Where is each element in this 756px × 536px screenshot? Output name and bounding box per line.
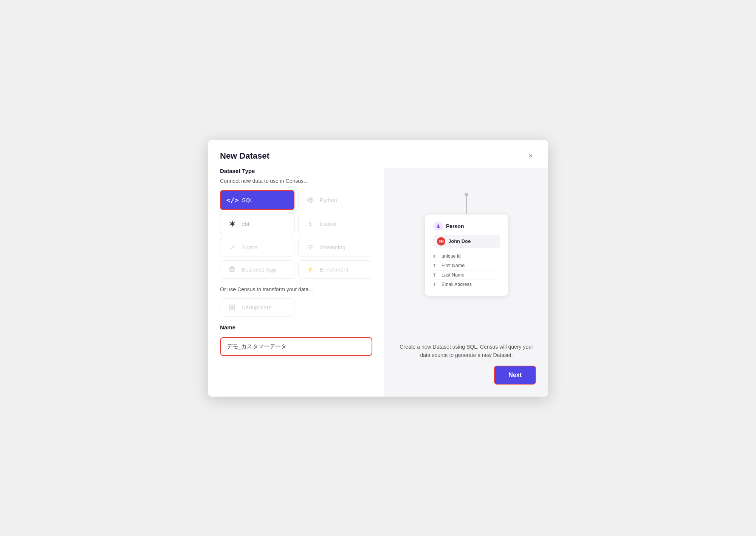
preview-card: Person SM John Doe # unique id T F [425, 215, 508, 296]
svg-rect-5 [229, 305, 232, 307]
business-app-icon [227, 266, 237, 273]
looker-icon [305, 221, 315, 227]
type-card-sigma[interactable]: ↗ Sigma [220, 238, 294, 256]
streaming-icon [305, 244, 315, 250]
dbt-icon: ✶ [227, 219, 237, 229]
sigma-icon: ↗ [227, 244, 237, 251]
type-card-python[interactable]: Python [298, 190, 373, 210]
next-button[interactable]: Next [494, 366, 536, 385]
person-icon [433, 221, 443, 231]
transform-section: Or use Census to transform your data... … [220, 286, 372, 317]
type-card-deduplicate[interactable]: Deduplicate [220, 298, 294, 317]
python-icon [305, 196, 315, 203]
sm-avatar: SM [437, 237, 445, 246]
type-card-business-app[interactable]: Business App [220, 260, 294, 279]
firstname-field-name: First Name [442, 263, 465, 268]
svg-point-2 [309, 222, 311, 224]
name-label: Name [220, 324, 372, 331]
firstname-type-icon: T [433, 263, 438, 268]
enrichment-label: Enrichment [320, 266, 349, 273]
lastname-type-icon: T [433, 273, 438, 277]
business-app-label: Business App [242, 266, 276, 273]
svg-rect-7 [229, 307, 232, 310]
uid-field-name: unique id [442, 253, 461, 259]
python-label: Python [320, 197, 338, 203]
modal-title: New Dataset [220, 151, 270, 161]
email-type-icon: T [433, 282, 438, 287]
svg-point-1 [311, 201, 311, 202]
svg-rect-8 [232, 307, 235, 310]
sql-icon: </> [228, 196, 237, 204]
modal-header: New Dataset × [208, 140, 548, 168]
dataset-type-sublabel: Connect new data to use in Census... [220, 178, 372, 184]
john-name: John Doe [448, 238, 471, 244]
preview-field-email: T Email Address [433, 280, 500, 289]
lastname-field-name: Last Name [442, 272, 464, 278]
name-input[interactable] [220, 337, 372, 356]
svg-point-3 [310, 248, 311, 249]
type-grid-connect: </> SQL Python [220, 190, 372, 279]
john-initials: SM [438, 239, 444, 243]
type-card-sql[interactable]: </> SQL [220, 190, 294, 210]
type-grid-transform: Deduplicate [220, 298, 372, 317]
preview-person-label: Person [446, 223, 464, 229]
svg-point-0 [309, 198, 310, 198]
right-panel: Person SM John Doe # unique id T F [385, 168, 548, 397]
sql-label: SQL [242, 197, 253, 203]
email-field-name: Email Address [442, 282, 472, 287]
transform-sublabel: Or use Census to transform your data... [220, 286, 372, 292]
preview-field-uid: # unique id [433, 252, 500, 261]
streaming-label: Streaming [320, 244, 345, 250]
preview-john-row: SM John Doe [433, 235, 500, 248]
svg-point-9 [437, 224, 439, 226]
dbt-label: dbt [242, 221, 249, 227]
sigma-label: Sigma [242, 244, 258, 250]
preview-area: Person SM John Doe # unique id T F [397, 177, 536, 334]
new-dataset-modal: New Dataset × Dataset Type Connect new d… [208, 140, 548, 397]
preview-person-row: Person [433, 221, 500, 231]
type-card-dbt[interactable]: ✶ dbt [220, 214, 294, 234]
left-panel: Dataset Type Connect new data to use in … [208, 168, 385, 397]
dataset-type-label: Dataset Type [220, 168, 372, 174]
preview-field-firstname: T First Name [433, 261, 500, 270]
modal-body: Dataset Type Connect new data to use in … [208, 168, 548, 397]
type-card-looker[interactable]: Looker [298, 214, 373, 234]
close-button[interactable]: × [525, 150, 536, 162]
enrichment-icon: ⚡ [305, 266, 315, 273]
preview-field-lastname: T Last Name [433, 270, 500, 280]
looker-label: Looker [320, 221, 337, 227]
name-section: Name [220, 324, 372, 356]
type-card-streaming[interactable]: Streaming [298, 238, 373, 256]
deduplicate-icon [227, 304, 237, 311]
type-card-enrichment[interactable]: ⚡ Enrichment [298, 260, 373, 279]
uid-type-icon: # [433, 254, 438, 258]
deduplicate-label: Deduplicate [242, 304, 271, 310]
preview-description: Create a new Dataset using SQL. Census w… [397, 343, 536, 360]
svg-rect-6 [232, 305, 235, 307]
